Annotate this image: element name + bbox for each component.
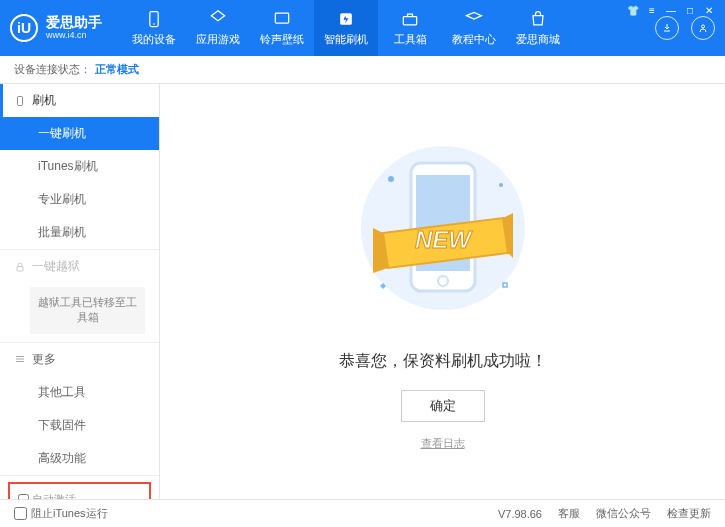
svg-rect-4 [403,17,416,25]
nav-label: 爱思商城 [516,32,560,47]
nav-label: 教程中心 [452,32,496,47]
minimize-button[interactable]: — [663,4,679,16]
flash-icon [336,9,356,29]
more-icon [14,353,26,365]
sidebar-item-itunes-flash[interactable]: iTunes刷机 [0,150,159,183]
download-button[interactable] [655,16,679,40]
sidebar-group-more[interactable]: 更多 [0,343,159,376]
footer-link-wechat[interactable]: 微信公众号 [596,506,651,521]
store-icon [528,9,548,29]
device-icon [144,9,164,29]
nav-label: 工具箱 [394,32,427,47]
ok-button[interactable]: 确定 [401,390,485,422]
sidebar-item-onekey-flash[interactable]: 一键刷机 [0,117,159,150]
status-label: 设备连接状态： [14,62,91,77]
footer: 阻止iTunes运行 V7.98.66 客服 微信公众号 检查更新 [0,499,725,527]
top-nav: 我的设备 应用游戏 铃声壁纸 智能刷机 工具箱 教程中心 爱思商城 [122,0,651,56]
wallpaper-icon [272,9,292,29]
checkbox-label: 阻止iTunes运行 [31,506,108,521]
nav-my-device[interactable]: 我的设备 [122,0,186,56]
status-bar: 设备连接状态： 正常模式 [0,56,725,84]
nav-label: 我的设备 [132,32,176,47]
footer-link-update[interactable]: 检查更新 [667,506,711,521]
nav-label: 应用游戏 [196,32,240,47]
sidebar-item-download-firmware[interactable]: 下载固件 [0,409,159,442]
svg-rect-6 [18,96,23,105]
svg-point-17 [499,183,503,187]
nav-label: 智能刷机 [324,32,368,47]
svg-point-1 [153,23,155,25]
nav-ringtones[interactable]: 铃声壁纸 [250,0,314,56]
sidebar-item-batch-flash[interactable]: 批量刷机 [0,216,159,249]
sidebar-group-flash[interactable]: 刷机 [0,84,159,117]
sidebar-item-advanced[interactable]: 高级功能 [0,442,159,475]
logo-area: iU 爱思助手 www.i4.cn [10,14,112,42]
sidebar-options-box: 自动激活 跳过向导 [8,482,151,499]
toolbox-icon [400,9,420,29]
version-label: V7.98.66 [498,508,542,520]
checkbox-label: 自动激活 [32,492,76,499]
sidebar-header-label: 刷机 [32,92,56,109]
svg-rect-2 [275,13,288,23]
close-button[interactable]: ✕ [701,4,717,16]
user-button[interactable] [691,16,715,40]
tutorial-icon [464,9,484,29]
block-itunes-checkbox[interactable]: 阻止iTunes运行 [14,506,108,521]
status-mode: 正常模式 [95,62,139,77]
title-bar: iU 爱思助手 www.i4.cn 我的设备 应用游戏 铃声壁纸 智能刷机 工具… [0,0,725,56]
maximize-button[interactable]: □ [682,4,698,16]
sidebar-group-jailbreak[interactable]: 一键越狱 [0,250,159,283]
nav-apps[interactable]: 应用游戏 [186,0,250,56]
flash-group-icon [14,95,26,107]
sidebar-jailbreak-note: 越狱工具已转移至工具箱 [30,287,145,334]
sidebar-header-label: 更多 [32,351,56,368]
nav-label: 铃声壁纸 [260,32,304,47]
new-badge-text: NEW [415,226,473,253]
sidebar: 刷机 一键刷机 iTunes刷机 专业刷机 批量刷机 一键越狱 越狱工具已转移至… [0,84,160,499]
success-message: 恭喜您，保资料刷机成功啦！ [339,351,547,372]
footer-link-support[interactable]: 客服 [558,506,580,521]
auto-activate-checkbox[interactable]: 自动激活 [18,492,76,499]
skin-button[interactable]: 👕 [625,4,641,16]
sidebar-item-other-tools[interactable]: 其他工具 [0,376,159,409]
sidebar-item-pro-flash[interactable]: 专业刷机 [0,183,159,216]
lock-icon [14,261,26,273]
svg-point-5 [702,25,705,28]
nav-tutorials[interactable]: 教程中心 [442,0,506,56]
nav-flash[interactable]: 智能刷机 [314,0,378,56]
apps-icon [208,9,228,29]
nav-store[interactable]: 爱思商城 [506,0,570,56]
sidebar-header-label: 一键越狱 [32,258,80,275]
svg-rect-7 [17,266,23,271]
app-url: www.i4.cn [46,31,102,41]
success-illustration: NEW [353,133,533,333]
content-area: NEW 恭喜您，保资料刷机成功啦！ 确定 查看日志 [160,84,725,499]
nav-toolbox[interactable]: 工具箱 [378,0,442,56]
svg-point-16 [388,176,394,182]
app-title: 爱思助手 [46,15,102,30]
logo-icon: iU [10,14,38,42]
menu-button[interactable]: ≡ [644,4,660,16]
view-log-link[interactable]: 查看日志 [421,436,465,451]
